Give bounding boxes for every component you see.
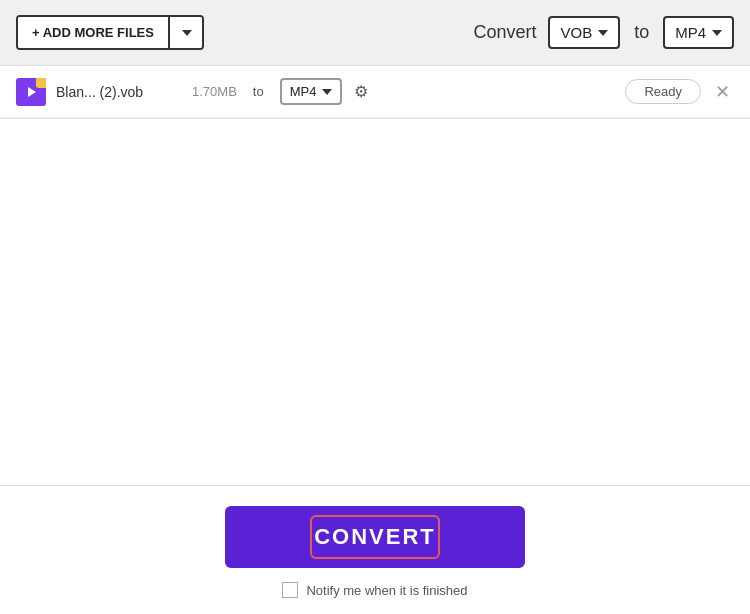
notify-row: Notify me when it is finished xyxy=(282,582,467,598)
convert-text-label: Convert xyxy=(473,22,536,43)
file-icon-corner xyxy=(36,78,46,88)
remove-file-button[interactable]: ✕ xyxy=(711,81,734,103)
target-format-chevron-icon xyxy=(712,30,722,36)
main-content xyxy=(0,119,750,485)
file-format-chevron-icon xyxy=(322,89,332,95)
file-format-dropdown[interactable]: MP4 xyxy=(280,78,343,105)
chevron-down-icon xyxy=(182,30,192,36)
table-row: Blan... (2).vob 1.70MB to MP4 ⚙ Ready ✕ xyxy=(0,66,750,118)
file-to-label: to xyxy=(253,84,264,99)
bottom-section: CONVERT Notify me when it is finished xyxy=(0,485,750,614)
notify-label: Notify me when it is finished xyxy=(306,583,467,598)
notify-checkbox[interactable] xyxy=(282,582,298,598)
target-format-dropdown[interactable]: MP4 xyxy=(663,16,734,49)
convert-button-label: CONVERT xyxy=(314,524,436,550)
add-files-button[interactable]: + ADD MORE FILES xyxy=(18,17,168,48)
file-name: Blan... (2).vob xyxy=(56,84,176,100)
toolbar: + ADD MORE FILES Convert VOB to MP4 xyxy=(0,0,750,66)
file-format-value: MP4 xyxy=(290,84,317,99)
source-format-value: VOB xyxy=(560,24,592,41)
convert-button[interactable]: CONVERT xyxy=(225,506,525,568)
add-files-dropdown-button[interactable] xyxy=(168,17,202,48)
source-format-dropdown[interactable]: VOB xyxy=(548,16,620,49)
to-text-label: to xyxy=(634,22,649,43)
settings-icon[interactable]: ⚙ xyxy=(354,82,368,101)
status-badge: Ready xyxy=(625,79,701,104)
file-size: 1.70MB xyxy=(192,84,237,99)
source-format-chevron-icon xyxy=(598,30,608,36)
play-icon xyxy=(28,87,36,97)
file-icon-background xyxy=(16,78,46,106)
target-format-value: MP4 xyxy=(675,24,706,41)
file-icon xyxy=(16,78,46,106)
file-list: Blan... (2).vob 1.70MB to MP4 ⚙ Ready ✕ xyxy=(0,66,750,119)
add-files-group: + ADD MORE FILES xyxy=(16,15,204,50)
